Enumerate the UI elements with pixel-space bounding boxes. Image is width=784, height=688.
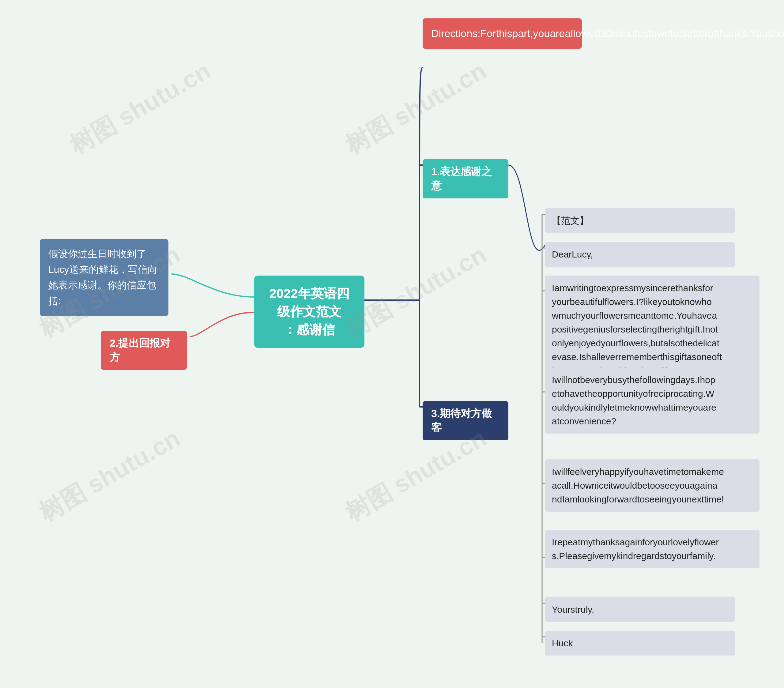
fanwen-text: 【范文】 bbox=[552, 216, 589, 225]
central-node: 2022年英语四级作文范文 ：感谢信 bbox=[254, 276, 364, 348]
text-yours: Yourstruly, bbox=[545, 597, 735, 622]
left-node-2-text: 2.提出回报对方 bbox=[110, 337, 170, 363]
left-node-1: 假设你过生日时收到了Lucy送来的鲜花，写信向她表示感谢。你的信应包括: bbox=[40, 239, 168, 316]
text-p2: Iwillnotbeverybusythefollowingdays.Ihop … bbox=[545, 367, 759, 434]
text-fanwen: 【范文】 bbox=[545, 208, 735, 233]
left-node-1-text: 假设你过生日时收到了Lucy送来的鲜花，写信向她表示感谢。你的信应包括: bbox=[48, 249, 157, 306]
text-p3: Iwillfeelveryhappyifyouhavetimetomakeme … bbox=[545, 459, 759, 512]
central-line2: ：感谢信 bbox=[283, 323, 335, 337]
text-p4: Irepeatmythanksagainforyourlovelyflower … bbox=[545, 530, 759, 568]
text-p1: Iamwritingtoexpressmysincerethanksfor yo… bbox=[545, 276, 759, 383]
p1-text: Iamwritingtoexpressmysincerethanksfor yo… bbox=[552, 283, 722, 376]
text-dear: DearLucy, bbox=[545, 242, 735, 267]
dear-text: DearLucy, bbox=[552, 249, 593, 259]
branch-1-text: 1.表达感谢之意 bbox=[431, 166, 492, 191]
text-huck: Huck bbox=[545, 631, 735, 655]
directions-box: Directions:Forthispart,youareallowed30mi… bbox=[423, 18, 582, 49]
huck-text: Huck bbox=[552, 638, 573, 648]
mindmap: 2022年英语四级作文范文 ：感谢信 假设你过生日时收到了Lucy送来的鲜花，写… bbox=[0, 0, 784, 688]
branch-1-node: 1.表达感谢之意 bbox=[423, 159, 508, 198]
central-line1: 2022年英语四级作文范文 bbox=[269, 286, 349, 319]
yours-text: Yourstruly, bbox=[552, 604, 594, 614]
left-node-2: 2.提出回报对方 bbox=[101, 331, 187, 370]
p3-text: Iwillfeelveryhappyifyouhavetimetomakeme … bbox=[552, 467, 724, 504]
p4-text: Irepeatmythanksagainforyourlovelyflower … bbox=[552, 537, 719, 561]
branch-3-text: 3.期待对方做客 bbox=[431, 408, 492, 433]
branch-3-node: 3.期待对方做客 bbox=[423, 401, 508, 440]
p2-text: Iwillnotbeverybusythefollowingdays.Ihop … bbox=[552, 375, 716, 426]
directions-text: Directions:Forthispart,youareallowed30mi… bbox=[431, 28, 784, 39]
